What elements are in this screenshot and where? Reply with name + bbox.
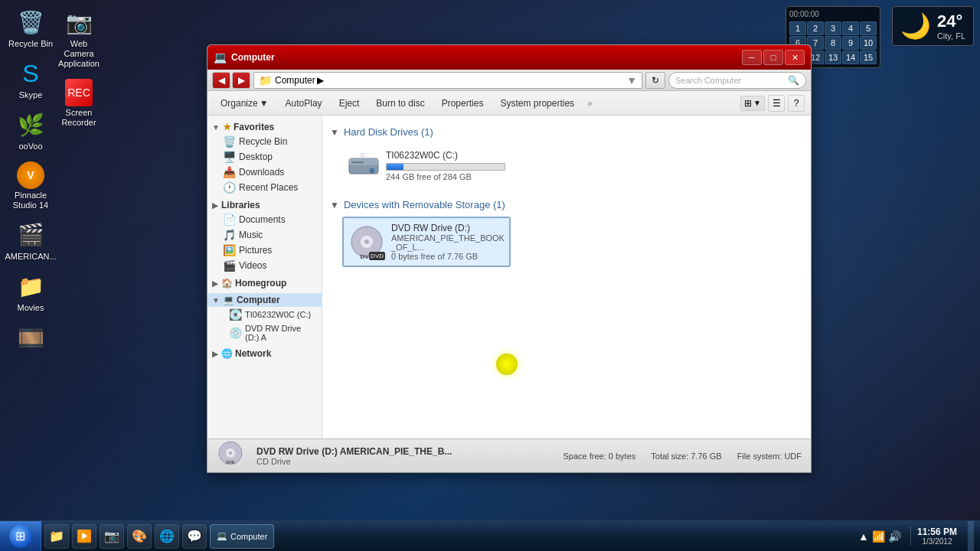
nav-pictures-icon: 🖼️ (223, 244, 236, 256)
nav-downloads[interactable]: 📥 Downloads (207, 165, 322, 180)
nav-recent-icon: 🕐 (223, 181, 236, 194)
system-tray: ▲ 📶 🔊 (854, 530, 906, 543)
nav-pictures[interactable]: 🖼️ Pictures (207, 243, 322, 258)
tray-volume-icon[interactable]: 🔊 (888, 530, 901, 543)
cal-cell-14[interactable]: 14 (842, 51, 859, 64)
nav-documents[interactable]: 📄 Documents (207, 212, 322, 227)
nav-music[interactable]: 🎵 Music (207, 227, 322, 243)
nav-recycle-bin-label: Recycle Bin (239, 136, 287, 147)
tray-arrow[interactable]: ▲ (858, 530, 869, 543)
pinnacle-icon[interactable]: 🎬 AMERICAN... (4, 217, 57, 265)
cal-cell-5[interactable]: 5 (860, 21, 877, 35)
cal-cell-13[interactable]: 13 (825, 51, 841, 64)
libraries-header[interactable]: ▶ Libraries (207, 198, 322, 212)
nav-videos[interactable]: 🎬 Videos (207, 258, 322, 273)
space-free-label: Space free: (564, 452, 606, 461)
cal-cell-3[interactable]: 3 (825, 21, 841, 35)
cal-cell-10[interactable]: 10 (860, 36, 877, 50)
taskbar-skype[interactable]: 💬 (182, 524, 207, 549)
nav-c-drive[interactable]: 💽 TI06232W0C (C:) (207, 307, 322, 322)
c-drive-item[interactable]: C: TI06232W0C (C:) 244 GB free of 284 GB (342, 144, 511, 187)
total-size-label: Total size: (651, 452, 688, 461)
view-arrow: ▼ (753, 99, 761, 107)
help-button[interactable]: ? (788, 95, 805, 112)
american-folder-icon[interactable]: 📁 Movies (4, 268, 57, 316)
nav-recycle-bin[interactable]: 🗑️ Recycle Bin (207, 134, 322, 149)
computer-header[interactable]: ▼ 💻 Computer (207, 293, 322, 307)
properties-button[interactable]: Properties (435, 93, 491, 113)
dvd-drive-name: DVD RW Drive (D:) (391, 223, 505, 233)
autoplay-label: AutoPlay (286, 98, 322, 109)
taskbar-explorer-window[interactable]: 💻 Computer (210, 524, 274, 549)
show-desktop-button[interactable] (968, 521, 974, 552)
dvd-badge: DVD (369, 252, 385, 260)
nav-buttons: ◀ ▶ (212, 72, 250, 89)
autoplay-button[interactable]: AutoPlay (279, 93, 329, 113)
webcam-icon[interactable]: 📷 Web Camera Application (52, 4, 106, 73)
faststone-label: ooVoo (18, 142, 42, 152)
pinnacle-img: 🎬 (15, 220, 46, 250)
refresh-button[interactable]: ↻ (645, 72, 665, 89)
cal-cell-4[interactable]: 4 (842, 21, 859, 35)
nav-d-drive[interactable]: 💿 DVD RW Drive (D:) A (207, 322, 322, 344)
organize-label: Organize (220, 98, 258, 109)
search-box[interactable]: Search Computer 🔍 (668, 72, 806, 89)
recycle-bin-icon[interactable]: 🗑️ Recycle Bin (4, 4, 57, 52)
address-field[interactable]: 📁 Computer ▶ ▼ (253, 72, 642, 89)
cal-cell-15[interactable]: 15 (860, 51, 877, 64)
homegroup-header[interactable]: ▶ 🏠 Homegroup (207, 276, 322, 290)
view-toggle[interactable]: ⊞ ▼ (740, 96, 765, 111)
explorer-window: 💻 Computer ─ □ ✕ ◀ ▶ 📁 Computer ▶ ▼ (207, 44, 812, 473)
network-header[interactable]: ▶ 🌐 Network (207, 347, 322, 360)
hdd-section-arrow[interactable]: ▼ (330, 127, 339, 138)
eject-button[interactable]: Eject (332, 93, 367, 113)
start-button[interactable]: ⊞ (0, 521, 41, 552)
taskbar-media-player[interactable]: ▶️ (72, 524, 96, 549)
close-button[interactable]: ✕ (785, 50, 805, 65)
cal-cell-1[interactable]: 1 (789, 21, 806, 35)
nav-desktop-icon: 🖥️ (223, 151, 236, 163)
minimize-button[interactable]: ─ (742, 50, 762, 65)
taskbar-camera[interactable]: 📷 (100, 524, 124, 549)
hdd-section-title: Hard Disk Drives (1) (344, 126, 433, 138)
network-arrow: ▶ (212, 350, 218, 358)
taskbar-chrome[interactable]: 🌐 (155, 524, 179, 549)
cal-cell-9[interactable]: 9 (842, 36, 859, 50)
system-properties-button[interactable]: System properties (493, 93, 581, 113)
taskbar-paint[interactable]: 🎨 (127, 524, 152, 549)
c-drive-name: TI06232W0C (C:) (386, 150, 505, 161)
movies-icon[interactable]: 🎞️ (4, 319, 57, 357)
status-bar: DVD DVD RW Drive (D:) AMERICAN_PIE_THE_B… (207, 439, 811, 472)
nav-recent-places[interactable]: 🕐 Recent Places (207, 180, 322, 195)
back-button[interactable]: ◀ (212, 72, 230, 89)
forward-button[interactable]: ▶ (232, 72, 250, 89)
clock[interactable]: 11:56 PM 1/3/2012 (910, 527, 963, 546)
skype-icon[interactable]: S Skype (4, 55, 57, 103)
taskbar: ⊞ 📁 ▶️ 📷 🎨 🌐 💬 💻 Computer ▲ 📶 🔊 11:56 PM… (0, 520, 980, 551)
nav-pictures-label: Pictures (239, 245, 272, 256)
favorites-header[interactable]: ▼ ★ Favorites (207, 120, 322, 134)
cal-cell-8[interactable]: 8 (825, 36, 841, 50)
preview-toggle[interactable]: ☰ (768, 95, 785, 112)
cal-cell-2[interactable]: 2 (807, 21, 824, 35)
removable-section-arrow[interactable]: ▼ (330, 200, 339, 210)
c-drive-info: TI06232W0C (C:) 244 GB free of 284 GB (386, 150, 505, 181)
dvd-drive-item[interactable]: DVD DVD DVD RW Drive (D:) AMERICAN_PIE_T… (342, 217, 511, 267)
more-button[interactable]: » (587, 98, 593, 109)
burn-button[interactable]: Burn to disc (369, 93, 431, 113)
weather-widget: 🌙 24° City, FL (892, 6, 974, 46)
desktop-icons-col1: 🗑️ Recycle Bin S Skype 🌿 ooVoo V Pinnacl… (4, 4, 57, 357)
nav-recycle-bin-icon: 🗑️ (223, 135, 236, 148)
burn-label: Burn to disc (376, 98, 424, 109)
removable-header: ▼ Devices with Removable Storage (1) (330, 199, 803, 210)
screen-recorder-icon[interactable]: REC Screen Recorder (52, 76, 106, 131)
oovoo-icon[interactable]: V Pinnacle Studio 14 (4, 158, 57, 214)
organize-button[interactable]: Organize ▼ (214, 93, 276, 113)
address-dropdown-icon[interactable]: ▼ (626, 74, 637, 86)
taskbar-file-explorer[interactable]: 📁 (44, 524, 69, 549)
svg-text:DVD: DVD (226, 460, 234, 465)
nav-desktop[interactable]: 🖥️ Desktop (207, 149, 322, 165)
faststone-icon[interactable]: 🌿 ooVoo (4, 106, 57, 155)
status-filesystem: File system: UDF (737, 452, 802, 461)
maximize-button[interactable]: □ (763, 50, 783, 65)
